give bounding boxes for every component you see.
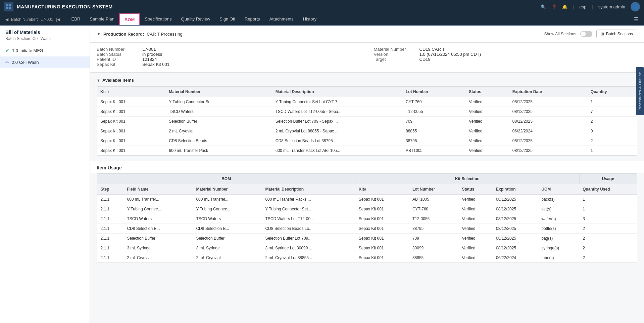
svg-rect-0	[6, 4, 8, 6]
cell-description: TSCD Wafers Lot T12-00...	[262, 214, 355, 224]
available-items-arrow[interactable]: ▼	[97, 78, 100, 82]
cell-expiration: 08/12/2025	[493, 224, 538, 234]
main-layout: Bill of Materials Batch Section: Cell Wa…	[0, 26, 644, 323]
col-quantity[interactable]: Quantity	[587, 87, 637, 97]
table-row: Sepax Kit 001 Y Tubing Connector Set Y T…	[97, 97, 637, 107]
col-kit-hash[interactable]: Kit#	[355, 184, 409, 195]
info-row-sepax-kit: Sepax Kit Sepax Kit 001	[97, 62, 360, 67]
cell-material-number: Selection Buffer	[165, 117, 272, 126]
tab-ebr[interactable]: EBR	[67, 13, 85, 25]
cell-status: Verified	[465, 107, 509, 117]
col-uom[interactable]: UOM	[538, 184, 579, 195]
cell-field-name: 2 mL Cryovial	[123, 253, 193, 263]
col-expiration-usage[interactable]: Expiration	[493, 184, 538, 195]
info-row-target: Target CD19	[374, 57, 638, 62]
cell-material-number: Selection Buffer	[193, 234, 262, 243]
sidebar-item-label-cell-wash: 2.0 Cell Wash	[12, 60, 39, 65]
item-usage-table: BOM Kit Selection Usage Step Field Name …	[97, 173, 637, 263]
col-status-usage[interactable]: Status	[459, 184, 493, 195]
cell-kit: Sepax Kit 001	[355, 224, 409, 234]
tab-reports[interactable]: Reports	[240, 13, 265, 25]
cell-uom: bag(s)	[538, 234, 579, 243]
cell-step: 2.1.1	[97, 204, 124, 214]
tab-specifications[interactable]: Specifications	[140, 13, 176, 25]
tab-bom[interactable]: BOM	[119, 13, 140, 25]
cell-kit: Sepax Kit 001	[355, 214, 409, 224]
cell-quantity-used: 3	[579, 214, 637, 224]
back-button[interactable]: ◀	[5, 17, 8, 22]
tab-history[interactable]: History	[298, 13, 321, 25]
hamburger-menu[interactable]: ☰	[634, 16, 639, 23]
col-material-number[interactable]: Material Number	[165, 87, 272, 97]
user-name: system admin	[598, 4, 625, 9]
info-row-batch-number: Batch Number L7-001	[97, 47, 360, 52]
cell-quantity: 2	[587, 117, 637, 126]
sidebar-item-cell-wash[interactable]: ✏ 2.0 Cell Wash	[0, 56, 90, 68]
cell-kit: Sepax Kit 001	[97, 146, 165, 156]
search-icon[interactable]: 🔍	[541, 4, 546, 9]
cell-description: TSCD Wafers Lot T12-0055 - Sepa...	[272, 107, 402, 117]
prod-record-arrow[interactable]: ▼	[97, 32, 101, 36]
cell-uom: set(s)	[538, 204, 579, 214]
help-icon[interactable]: ❓	[551, 4, 557, 9]
cell-material-number: TSCD Wafers	[193, 214, 262, 224]
cell-status: Verified	[459, 243, 493, 253]
cell-uom: tube(s)	[538, 253, 579, 263]
item-usage-col-header: Step Field Name Material Number Material…	[97, 184, 637, 195]
cell-kit: Sepax Kit 001	[97, 136, 165, 146]
show-all-toggle[interactable]	[580, 31, 592, 37]
cell-lot-number: T12-0055	[409, 214, 459, 224]
col-kit[interactable]: Kit ↑	[97, 87, 165, 97]
cell-expiration: 08/12/2025	[493, 195, 538, 204]
svg-rect-2	[6, 7, 8, 9]
cell-status: Verified	[465, 146, 509, 156]
col-lot-number-usage[interactable]: Lot Number	[409, 184, 459, 195]
cell-lot-number: 88855	[409, 253, 459, 263]
col-material-description-usage[interactable]: Material Description	[262, 184, 355, 195]
info-row-batch-status: Batch Status in process	[97, 52, 360, 57]
cell-status: Verified	[459, 253, 493, 263]
cell-quantity-used: 2	[579, 243, 637, 253]
sidebar-item-initiate-mfg[interactable]: ✔ 1.0 Initiate MFG	[0, 44, 90, 56]
tab-sample-plan[interactable]: Sample Plan	[85, 13, 119, 25]
cell-status: Verified	[465, 117, 509, 126]
cell-description: 600 mL Transfer Packs ...	[262, 195, 355, 204]
col-status[interactable]: Status	[465, 87, 509, 97]
tab-sign-off[interactable]: Sign Off	[215, 13, 240, 25]
group-kit-selection: Kit Selection	[355, 174, 579, 184]
cell-quantity-used: 1	[579, 204, 637, 214]
sub-nav: ◀ Batch Number: L7-001 |◀ EBR Sample Pla…	[0, 13, 644, 26]
batch-number: L7-001	[41, 17, 53, 22]
tab-attachments[interactable]: Attachments	[265, 13, 298, 25]
col-material-description[interactable]: Material Description	[272, 87, 402, 97]
notification-icon[interactable]: 🔔	[562, 4, 567, 9]
production-record-left: ▼ Production Record: CAR T Processing	[97, 32, 183, 37]
col-material-number-usage[interactable]: Material Number	[193, 184, 262, 195]
info-row-material-number: Material Number CD19 CAR T	[374, 47, 638, 52]
cell-description: 3 mL Syringe Lot 30099 ...	[262, 243, 355, 253]
cell-status: Verified	[465, 126, 509, 136]
cell-uom: syringe(s)	[538, 243, 579, 253]
cell-kit: Sepax Kit 001	[97, 117, 165, 126]
tab-quality-review[interactable]: Quality Review	[177, 13, 215, 25]
col-expiration-date[interactable]: Expiration Date	[509, 87, 587, 97]
batch-sections-button[interactable]: ⊞ Batch Sections	[596, 30, 637, 38]
cell-kit: Sepax Kit 001	[355, 253, 409, 263]
cell-step: 2.1.1	[97, 243, 124, 253]
batch-sections-icon: ⊞	[601, 32, 604, 36]
item-usage-title: Item Usage	[97, 165, 122, 170]
cell-status: Verified	[459, 204, 493, 214]
app-logo	[4, 2, 13, 11]
language-selector[interactable]: esp	[579, 4, 586, 9]
procedures-outline-tab[interactable]: Procedures & Outline	[636, 67, 644, 115]
cell-uom: bottle(s)	[538, 224, 579, 234]
cell-material-number: Y Tubing Connec...	[193, 204, 262, 214]
col-step[interactable]: Step	[97, 184, 124, 195]
batch-info: ◀ Batch Number: L7-001 |◀	[5, 17, 60, 22]
collapse-icon[interactable]: |◀	[56, 17, 60, 22]
col-lot-number[interactable]: Lot Number	[402, 87, 465, 97]
col-field-name[interactable]: Field Name	[123, 184, 193, 195]
group-usage: Usage	[579, 174, 637, 184]
user-avatar[interactable]: 👤	[631, 2, 640, 11]
col-quantity-used[interactable]: Quantity Used	[579, 184, 637, 195]
